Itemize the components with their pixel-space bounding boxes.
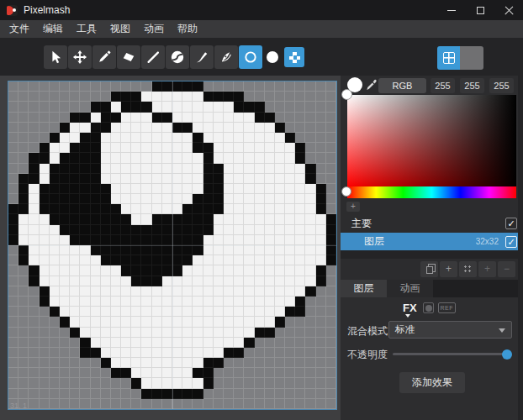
pixel-cell[interactable] [203, 317, 214, 327]
pixel-cell[interactable] [111, 265, 121, 276]
pixel-cell[interactable] [275, 399, 285, 409]
pixel-cell[interactable] [172, 245, 182, 255]
pixel-cell[interactable] [275, 123, 285, 133]
pixel-cell[interactable] [121, 225, 131, 235]
pixel-cell[interactable] [60, 113, 70, 123]
pixel-cell[interactable] [29, 399, 39, 409]
pixel-cell[interactable] [50, 204, 60, 214]
pixel-cell[interactable] [203, 235, 214, 245]
pixel-cell[interactable] [8, 255, 18, 265]
pixel-cell[interactable] [101, 102, 111, 112]
pixel-cell[interactable] [50, 265, 60, 276]
pixel-cell[interactable] [275, 368, 285, 378]
pixel-cell[interactable] [203, 328, 214, 338]
pixel-cell[interactable] [305, 133, 315, 143]
pixel-cell[interactable] [18, 81, 29, 92]
pixel-cell[interactable] [121, 164, 131, 174]
pixel-cell[interactable] [224, 153, 234, 163]
pixel-cell[interactable] [131, 113, 141, 123]
pixel-cell[interactable] [60, 133, 70, 143]
pixel-cell[interactable] [224, 204, 234, 214]
pixel-cell[interactable] [275, 214, 285, 224]
pixel-cell[interactable] [326, 358, 336, 368]
pixel-cell[interactable] [60, 123, 70, 133]
pixel-cell[interactable] [224, 164, 234, 174]
pixel-cell[interactable] [285, 174, 295, 184]
pixel-cell[interactable] [121, 102, 131, 112]
pixel-cell[interactable] [80, 143, 90, 153]
pixel-cell[interactable] [162, 255, 172, 265]
pixel-cell[interactable] [29, 81, 39, 92]
pixel-cell[interactable] [162, 338, 172, 348]
pixel-cell[interactable] [265, 143, 275, 153]
add-layer-button[interactable]: + [440, 261, 457, 277]
pixel-cell[interactable] [265, 235, 275, 245]
pixel-cell[interactable] [121, 214, 131, 224]
pixel-cell[interactable] [162, 153, 172, 163]
pixel-cell[interactable] [285, 348, 295, 358]
pixel-cell[interactable] [101, 92, 111, 102]
pixel-cell[interactable] [162, 133, 172, 143]
pixel-cell[interactable] [91, 225, 101, 235]
pixel-cell[interactable] [172, 113, 182, 123]
pixel-cell[interactable] [80, 255, 90, 265]
pixel-cell[interactable] [50, 113, 60, 123]
pixel-cell[interactable] [182, 204, 193, 214]
pixel-cell[interactable] [29, 184, 39, 194]
pixel-cell[interactable] [305, 328, 315, 338]
pixel-cell[interactable] [50, 102, 60, 112]
pixel-cell[interactable] [60, 399, 70, 409]
pixel-cell[interactable] [152, 133, 162, 143]
pixel-cell[interactable] [172, 92, 182, 102]
pixel-cell[interactable] [18, 286, 29, 297]
pixel-cell[interactable] [182, 143, 193, 153]
pixel-cell[interactable] [131, 235, 141, 245]
pixel-cell[interactable] [172, 378, 182, 388]
pixel-cell[interactable] [111, 123, 121, 133]
pixel-cell[interactable] [152, 204, 162, 214]
tab-layers[interactable]: 图层 [341, 280, 387, 297]
pixel-cell[interactable] [29, 204, 39, 214]
pixel-cell[interactable] [60, 338, 70, 348]
pixel-cell[interactable] [234, 276, 244, 286]
pixel-cell[interactable] [80, 225, 90, 235]
pixel-cell[interactable] [18, 102, 29, 112]
pixel-cell[interactable] [255, 399, 265, 409]
pixel-cell[interactable] [162, 307, 172, 317]
pixel-cell[interactable] [203, 399, 214, 409]
pixel-cell[interactable] [285, 245, 295, 255]
pixel-cell[interactable] [80, 286, 90, 297]
pixel-cell[interactable] [203, 297, 214, 307]
pixel-cell[interactable] [326, 81, 336, 92]
pixel-cell[interactable] [131, 389, 141, 399]
pixel-cell[interactable] [80, 204, 90, 214]
pixel-cell[interactable] [182, 174, 193, 184]
pixel-cell[interactable] [224, 328, 234, 338]
pixel-cell[interactable] [172, 184, 182, 194]
pixel-cell[interactable] [131, 174, 141, 184]
pixel-cell[interactable] [172, 102, 182, 112]
pixel-cell[interactable] [295, 399, 305, 409]
pixel-cell[interactable] [121, 174, 131, 184]
pixel-cell[interactable] [60, 194, 70, 204]
pixel-cell[interactable] [70, 235, 80, 245]
pixel-cell[interactable] [60, 348, 70, 358]
pixel-cell[interactable] [8, 348, 18, 358]
pixel-cell[interactable] [182, 164, 193, 174]
pixel-cell[interactable] [244, 123, 254, 133]
pixel-cell[interactable] [70, 184, 80, 194]
pixel-cell[interactable] [182, 184, 193, 194]
pixel-cell[interactable] [141, 214, 151, 224]
pixel-cell[interactable] [121, 245, 131, 255]
pixel-cell[interactable] [244, 225, 254, 235]
pixel-cell[interactable] [121, 204, 131, 214]
pixel-cell[interactable] [285, 143, 295, 153]
pixel-cell[interactable] [29, 113, 39, 123]
pixel-cell[interactable] [70, 102, 80, 112]
pixel-cell[interactable] [60, 164, 70, 174]
pixel-cell[interactable] [316, 276, 326, 286]
pixel-cell[interactable] [326, 113, 336, 123]
pixel-cell[interactable] [234, 102, 244, 112]
pixel-cell[interactable] [255, 276, 265, 286]
pixel-cell[interactable] [203, 276, 214, 286]
